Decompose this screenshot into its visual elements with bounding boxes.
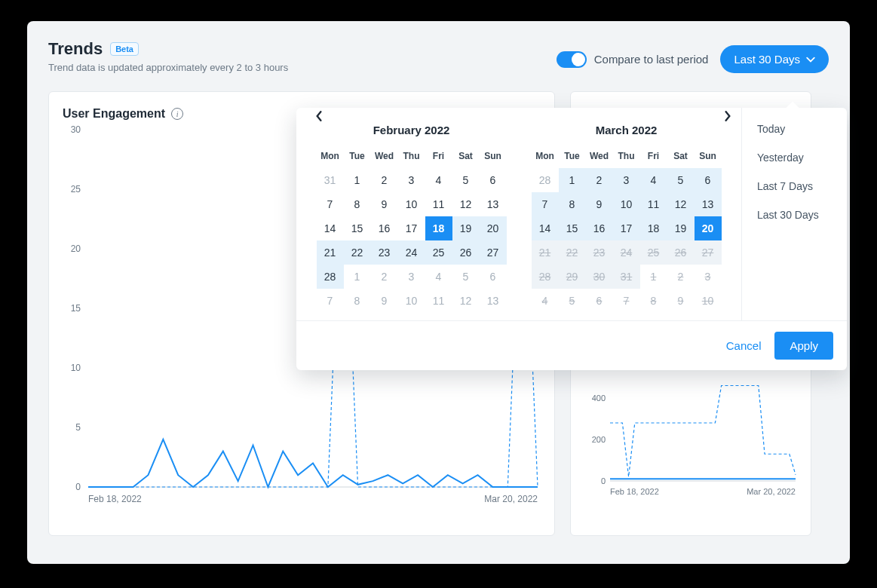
- calendar-day[interactable]: 16: [371, 216, 398, 240]
- calendar-day[interactable]: 17: [613, 216, 640, 240]
- calendar-day[interactable]: 1: [640, 265, 667, 289]
- calendar-day[interactable]: 13: [480, 289, 507, 313]
- calendar-day[interactable]: 17: [398, 216, 425, 240]
- calendar-day[interactable]: 7: [317, 289, 344, 313]
- calendar-day[interactable]: 4: [532, 289, 559, 313]
- cancel-button[interactable]: Cancel: [726, 339, 762, 352]
- calendar-day[interactable]: 13: [480, 192, 507, 216]
- calendar-day[interactable]: 28: [532, 168, 559, 192]
- calendar-day[interactable]: 11: [425, 289, 452, 313]
- calendar-day[interactable]: 8: [640, 289, 667, 313]
- calendar-day[interactable]: 28: [532, 265, 559, 289]
- calendar-day[interactable]: 5: [559, 289, 586, 313]
- calendar-day[interactable]: 21: [317, 240, 344, 265]
- calendar-day[interactable]: 22: [559, 240, 586, 265]
- calendar-day[interactable]: 9: [586, 192, 613, 216]
- calendar-day[interactable]: 2: [371, 168, 398, 192]
- calendar-day[interactable]: 2: [667, 265, 695, 289]
- calendar-day[interactable]: 8: [559, 192, 586, 216]
- calendar-day[interactable]: 27: [480, 240, 507, 265]
- calendar-day[interactable]: 6: [480, 168, 507, 192]
- calendar-day[interactable]: 20: [695, 216, 722, 240]
- calendar-day[interactable]: 10: [613, 192, 640, 216]
- calendar-day[interactable]: 3: [398, 265, 425, 289]
- calendar-day[interactable]: 12: [667, 192, 695, 216]
- calendar-day[interactable]: 6: [480, 265, 507, 289]
- calendar-day[interactable]: 2: [586, 168, 613, 192]
- calendar-day[interactable]: 12: [452, 192, 480, 216]
- calendar-dow: Wed: [586, 144, 613, 168]
- calendar-day[interactable]: 12: [452, 289, 480, 313]
- calendar-day[interactable]: 9: [371, 289, 398, 313]
- calendar-day[interactable]: 3: [398, 168, 425, 192]
- calendar-day[interactable]: 6: [586, 289, 613, 313]
- calendar-day[interactable]: 23: [586, 240, 613, 265]
- calendar-day[interactable]: 22: [344, 240, 371, 265]
- calendar-day[interactable]: 6: [695, 168, 722, 192]
- calendar-day[interactable]: 31: [317, 168, 344, 192]
- calendar-day[interactable]: 11: [425, 192, 452, 216]
- calendar-day[interactable]: 26: [667, 240, 695, 265]
- preset-option[interactable]: Today: [750, 117, 839, 141]
- calendar-day[interactable]: 13: [695, 192, 722, 216]
- svg-text:Mar 20, 2022: Mar 20, 2022: [484, 494, 538, 504]
- calendar-day[interactable]: 19: [452, 216, 480, 240]
- calendar-day[interactable]: 4: [640, 168, 667, 192]
- calendar-day[interactable]: 29: [559, 265, 586, 289]
- calendar-day[interactable]: 18: [640, 216, 667, 240]
- calendar-day[interactable]: 4: [425, 265, 452, 289]
- preset-option[interactable]: Last 30 Days: [750, 203, 839, 227]
- calendar-day[interactable]: 5: [452, 265, 480, 289]
- preset-option[interactable]: Last 7 Days: [750, 174, 839, 198]
- calendar-day[interactable]: 8: [344, 192, 371, 216]
- calendar-day[interactable]: 16: [586, 216, 613, 240]
- calendar-day[interactable]: 1: [559, 168, 586, 192]
- calendar-day[interactable]: 14: [532, 216, 559, 240]
- calendar-title: February 2022: [373, 124, 450, 136]
- calendar-day[interactable]: 30: [586, 265, 613, 289]
- calendar-day[interactable]: 19: [667, 216, 695, 240]
- calendar-day[interactable]: 2: [371, 265, 398, 289]
- calendar-day[interactable]: 15: [344, 216, 371, 240]
- calendar-day[interactable]: 9: [667, 289, 695, 313]
- compare-toggle[interactable]: [557, 51, 587, 68]
- calendar-day[interactable]: 3: [613, 168, 640, 192]
- calendar-day[interactable]: 28: [317, 265, 344, 289]
- calendar-day[interactable]: 24: [613, 240, 640, 265]
- calendar-day[interactable]: 7: [613, 289, 640, 313]
- calendar-day[interactable]: 24: [398, 240, 425, 265]
- preset-option[interactable]: Yesterday: [750, 145, 839, 170]
- calendar-day[interactable]: 7: [532, 192, 559, 216]
- next-month-button[interactable]: [719, 108, 737, 124]
- calendar-day[interactable]: 15: [559, 216, 586, 240]
- calendar-day[interactable]: 10: [695, 289, 722, 313]
- calendar-day[interactable]: 21: [532, 240, 559, 265]
- calendar-day[interactable]: 26: [452, 240, 480, 265]
- calendar-day[interactable]: 11: [640, 192, 667, 216]
- svg-text:Feb 18, 2022: Feb 18, 2022: [88, 494, 142, 504]
- calendar-day[interactable]: 14: [317, 216, 344, 240]
- calendar-day[interactable]: 8: [344, 289, 371, 313]
- calendar-day[interactable]: 4: [425, 168, 452, 192]
- calendar-day[interactable]: 1: [344, 265, 371, 289]
- calendar-day[interactable]: 1: [344, 168, 371, 192]
- calendar-day[interactable]: 10: [398, 289, 425, 313]
- calendar-day[interactable]: 3: [695, 265, 722, 289]
- calendar-day[interactable]: 10: [398, 192, 425, 216]
- apply-button[interactable]: Apply: [774, 332, 833, 360]
- calendar-day[interactable]: 18: [425, 216, 452, 240]
- calendar-day[interactable]: 23: [371, 240, 398, 265]
- calendar-day[interactable]: 31: [613, 265, 640, 289]
- calendar-day[interactable]: 27: [695, 240, 722, 265]
- date-picker-popover: February 2022 MonTueWedThuFriSatSun31123…: [296, 108, 847, 370]
- calendar-day[interactable]: 5: [667, 168, 695, 192]
- info-icon[interactable]: i: [171, 108, 183, 120]
- card-title: User Engagement: [63, 107, 165, 121]
- calendar-day[interactable]: 7: [317, 192, 344, 216]
- calendar-day[interactable]: 25: [640, 240, 667, 265]
- calendar-day[interactable]: 5: [452, 168, 480, 192]
- calendar-day[interactable]: 25: [425, 240, 452, 265]
- date-range-button[interactable]: Last 30 Days: [720, 45, 829, 73]
- calendar-day[interactable]: 20: [480, 216, 507, 240]
- calendar-day[interactable]: 9: [371, 192, 398, 216]
